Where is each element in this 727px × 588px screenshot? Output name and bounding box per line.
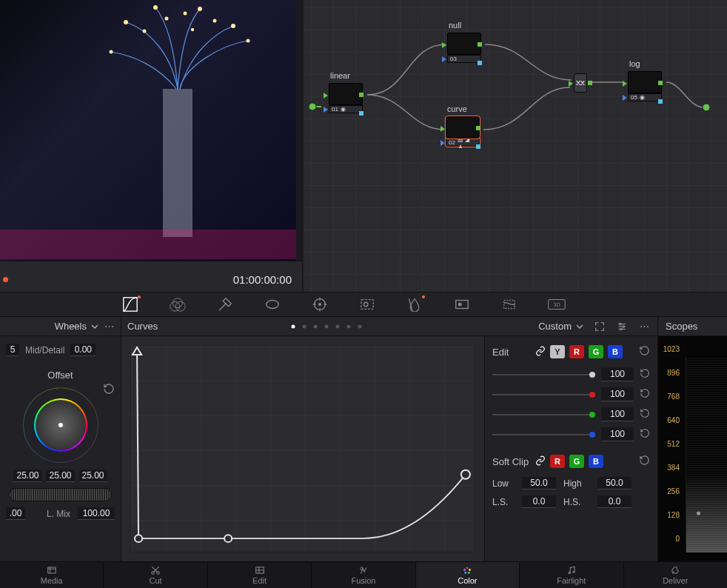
link-icon[interactable] xyxy=(535,346,546,358)
options-icon[interactable] xyxy=(616,321,628,333)
node-port-key[interactable] xyxy=(476,144,480,149)
page-media[interactable]: Media xyxy=(0,562,104,588)
slider-b[interactable] xyxy=(492,434,595,435)
slider-r-val[interactable]: 100 xyxy=(601,387,634,401)
wheels-panel-header[interactable]: Wheels ⋯ xyxy=(0,317,121,335)
node-port-out[interactable] xyxy=(476,126,480,130)
node-port-mask[interactable] xyxy=(440,140,445,146)
magic-mask-icon[interactable] xyxy=(358,295,376,313)
sizing-icon[interactable] xyxy=(500,295,518,313)
node-port-key[interactable] xyxy=(359,111,364,116)
slider-g-val[interactable]: 100 xyxy=(601,407,634,421)
page-edit[interactable]: Edit xyxy=(208,562,312,588)
node-port-out[interactable] xyxy=(478,42,482,47)
reset-icon[interactable] xyxy=(639,345,650,358)
offset-val-r[interactable]: 25.00 xyxy=(13,470,41,482)
node-graph[interactable]: linear 01◉ null 03 curve xyxy=(302,0,727,292)
ls-value[interactable]: 0.0 xyxy=(522,495,556,508)
reset-icon[interactable] xyxy=(103,383,115,397)
page-fairlight[interactable]: Fairlight xyxy=(520,562,623,588)
node-thumb[interactable] xyxy=(447,33,481,55)
chevron-down-icon xyxy=(576,323,583,330)
reset-icon[interactable] xyxy=(640,388,650,401)
node-log[interactable]: log 05◉ xyxy=(628,71,668,101)
reset-icon[interactable] xyxy=(640,428,650,441)
page-color[interactable]: Color xyxy=(416,562,520,588)
svg-point-29 xyxy=(620,323,621,324)
slider-r[interactable] xyxy=(492,394,595,395)
softclip-channel-row: Soft Clip R G B xyxy=(492,455,650,468)
custom-dropdown[interactable]: Custom xyxy=(538,321,583,332)
node-thumb[interactable] xyxy=(329,83,363,105)
channel-g-button[interactable]: G xyxy=(589,345,603,358)
channel-b-button[interactable]: B xyxy=(608,345,623,358)
waveform-display[interactable] xyxy=(686,357,727,552)
node-port-key[interactable] xyxy=(658,99,663,104)
node-port-in[interactable] xyxy=(569,81,573,87)
slider-g[interactable] xyxy=(492,414,595,415)
sc-b-button[interactable]: B xyxy=(589,455,603,468)
viewer-image[interactable] xyxy=(0,0,296,261)
reset-icon[interactable] xyxy=(640,408,650,421)
curves-label: Curves xyxy=(127,321,158,332)
node-thumb[interactable] xyxy=(446,116,480,138)
curve-mode-dots[interactable] xyxy=(291,324,361,328)
curve-editor[interactable] xyxy=(130,345,475,552)
node-port-in[interactable] xyxy=(440,126,445,132)
bottom-left-val[interactable]: .00 xyxy=(6,507,25,520)
expand-icon[interactable] xyxy=(594,321,606,333)
node-linear[interactable]: linear 01◉ xyxy=(329,83,369,113)
channel-y-button[interactable]: Y xyxy=(550,345,565,358)
slider-y[interactable] xyxy=(492,374,595,375)
node-port-mask[interactable] xyxy=(623,95,627,101)
node-parallel-mixer[interactable] xyxy=(574,73,587,93)
node-port-in[interactable] xyxy=(442,42,446,48)
lmix-value[interactable]: 100.00 xyxy=(78,507,115,520)
page-deliver[interactable]: Deliver xyxy=(624,562,727,588)
offset-val-g[interactable]: 25.00 xyxy=(46,470,74,482)
ellipsis-icon[interactable]: ⋯ xyxy=(103,321,115,333)
color-warper-icon[interactable] xyxy=(169,295,187,313)
timecode-display[interactable]: 01:00:00:00 xyxy=(233,273,292,286)
node-port-mask[interactable] xyxy=(442,56,446,62)
node-port-key[interactable] xyxy=(478,61,482,65)
qualifier-icon[interactable] xyxy=(216,295,234,313)
key-icon[interactable] xyxy=(453,295,471,313)
node-port-out[interactable] xyxy=(588,81,592,85)
node-null[interactable]: null 03 xyxy=(447,33,487,63)
tracker-icon[interactable] xyxy=(311,295,329,313)
node-port-in[interactable] xyxy=(324,93,328,98)
node-port-in[interactable] xyxy=(623,81,627,87)
3d-icon[interactable]: 3D xyxy=(548,295,566,313)
low-value[interactable]: 50.0 xyxy=(522,477,556,490)
offset-jog-wheel[interactable] xyxy=(9,488,112,501)
hs-value[interactable]: 0.0 xyxy=(597,495,631,508)
node-port-mask[interactable] xyxy=(324,107,328,113)
offset-color-wheel[interactable] xyxy=(24,388,98,462)
wheel-small-val[interactable]: 5 xyxy=(6,344,19,356)
node-port-out[interactable] xyxy=(658,81,663,85)
high-value[interactable]: 50.0 xyxy=(597,477,631,490)
page-fusion[interactable]: Fusion xyxy=(312,562,415,588)
sc-r-button[interactable]: R xyxy=(550,455,565,468)
page-cut[interactable]: Cut xyxy=(104,562,207,588)
svg-rect-22 xyxy=(361,300,374,310)
ellipsis-icon[interactable]: ⋯ xyxy=(638,321,650,333)
channel-r-button[interactable]: R xyxy=(569,345,584,358)
link-icon[interactable] xyxy=(535,455,546,468)
offset-val-b[interactable]: 25.00 xyxy=(79,470,107,482)
node-port-out[interactable] xyxy=(359,93,364,97)
curves-tool-icon[interactable] xyxy=(121,295,139,313)
slider-y-val[interactable]: 100 xyxy=(601,367,634,381)
mid-detail-value[interactable]: 0.00 xyxy=(70,344,96,356)
viewer-scrub-bar[interactable] xyxy=(0,261,302,267)
reset-icon[interactable] xyxy=(640,368,650,381)
slider-b-val[interactable]: 100 xyxy=(601,427,634,441)
node-thumb[interactable] xyxy=(628,71,662,93)
node-curve[interactable]: curve 02▧ ◢ ▲ xyxy=(446,116,486,147)
blur-icon[interactable] xyxy=(406,295,423,313)
window-icon[interactable] xyxy=(264,295,281,313)
sc-g-button[interactable]: G xyxy=(569,455,584,468)
reset-icon[interactable] xyxy=(639,455,650,468)
record-indicator xyxy=(3,277,8,282)
